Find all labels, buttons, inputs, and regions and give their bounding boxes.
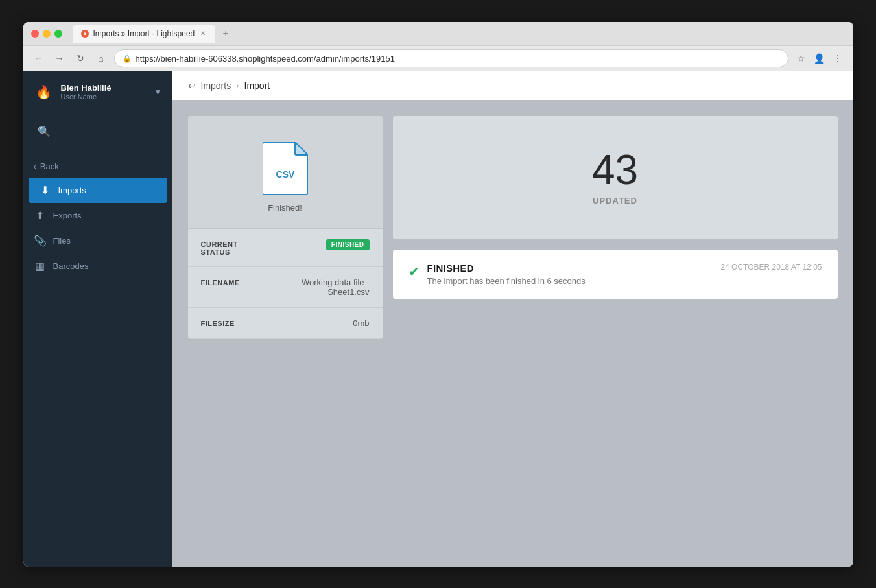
exports-label: Exports (53, 211, 82, 220)
stats-label: UPDATED (593, 196, 637, 206)
sidebar-item-imports[interactable]: ⬇ Imports (29, 178, 167, 203)
back-nav-button[interactable]: ← (31, 51, 47, 66)
file-status-label: Finished! (268, 203, 302, 213)
menu-button[interactable]: ⋮ (830, 51, 846, 66)
filename-label: FILENAME (201, 277, 259, 287)
stats-number: 43 (592, 149, 638, 191)
forward-nav-button[interactable]: → (52, 51, 67, 66)
brand-name: Bien Habillié (61, 83, 148, 93)
filesize-value: 0mb (270, 318, 370, 328)
imports-label: Imports (58, 185, 86, 195)
browser-tab[interactable]: Imports » Import - Lightspeed ✕ (73, 25, 216, 43)
current-status-value: FINISHED (270, 239, 370, 249)
refresh-button[interactable]: ↻ (73, 51, 88, 66)
browser-navbar: ← → ↻ ⌂ 🔒 https://bien-habillie-606338.s… (23, 45, 853, 71)
account-button[interactable]: 👤 (812, 51, 827, 66)
checkmark-icon: ✔ (408, 264, 420, 279)
back-label: Back (40, 161, 59, 171)
imports-icon: ⬇ (39, 184, 52, 196)
url-text: https://bien-habillie-606338.shoplightsp… (136, 54, 395, 64)
breadcrumb-separator: › (236, 80, 239, 90)
finished-timestamp: 24 OCTOBER 2018 AT 12:05 (720, 263, 822, 272)
tab-label: Imports » Import - Lightspeed (93, 29, 195, 38)
stats-card: 43 UPDATED (393, 116, 838, 239)
search-icon[interactable]: 🔍 (34, 121, 54, 142)
dropdown-icon[interactable]: ▼ (154, 88, 162, 97)
tab-favicon (80, 29, 89, 38)
left-panel: CSV Finished! CURRENT STATUS FINISHED (188, 116, 383, 339)
files-icon: 📎 (34, 235, 47, 247)
finished-title: FINISHED (427, 263, 713, 274)
address-bar[interactable]: 🔒 https://bien-habillie-606338.shoplight… (114, 49, 788, 67)
filename-value: Working data file - Sheet1.csv (270, 277, 370, 297)
finished-description: The import has been finished in 6 second… (427, 276, 713, 286)
browser-window: Imports » Import - Lightspeed ✕ + ← → ↻ … (23, 22, 853, 567)
finished-content: FINISHED The import has been finished in… (427, 263, 713, 286)
sidebar-back-button[interactable]: ‹ Back (23, 155, 172, 178)
app-body: 🔥 Bien Habillié User Name ▼ 🔍 ‹ Back ⬇ (23, 71, 853, 567)
file-preview: CSV Finished! (188, 116, 383, 229)
sidebar-nav: ‹ Back ⬇ Imports ⬆ Exports 📎 Files ▦ (23, 150, 172, 284)
tab-close-button[interactable]: ✕ (198, 29, 207, 38)
minimize-button[interactable] (43, 30, 51, 38)
brand-subtitle: User Name (61, 93, 148, 100)
home-button[interactable]: ⌂ (93, 51, 109, 66)
csv-file-icon: CSV (263, 142, 308, 195)
breadcrumb-icon: ↩ (188, 80, 196, 91)
current-status-row: CURRENT STATUS FINISHED (188, 229, 383, 267)
barcodes-icon: ▦ (34, 260, 47, 272)
files-label: Files (53, 236, 71, 246)
new-tab-button[interactable]: + (218, 26, 233, 41)
back-arrow-icon: ‹ (34, 161, 36, 171)
nav-actions: ☆ 👤 ⋮ (794, 51, 846, 66)
breadcrumb-current: Import (244, 80, 270, 91)
sidebar-item-barcodes[interactable]: ▦ Barcodes (23, 253, 172, 279)
bookmark-button[interactable]: ☆ (794, 51, 809, 66)
close-button[interactable] (31, 30, 39, 38)
browser-titlebar: Imports » Import - Lightspeed ✕ + (23, 22, 853, 45)
maximize-button[interactable] (54, 30, 62, 38)
traffic-lights (31, 30, 62, 38)
sidebar-brand: Bien Habillié User Name (61, 83, 148, 100)
main-content: ↩ Imports › Import (172, 71, 853, 567)
status-badge: FINISHED (326, 239, 370, 250)
filesize-row: FILESIZE 0mb (188, 308, 383, 339)
sidebar: 🔥 Bien Habillié User Name ▼ 🔍 ‹ Back ⬇ (23, 71, 172, 567)
page-header: ↩ Imports › Import (172, 71, 853, 100)
right-panel: 43 UPDATED ✔ FINISHED The import has bee… (393, 116, 838, 299)
exports-icon: ⬆ (34, 209, 47, 222)
barcodes-label: Barcodes (53, 261, 89, 271)
filesize-label: FILESIZE (201, 318, 259, 327)
sidebar-item-exports[interactable]: ⬆ Exports (23, 203, 172, 228)
lock-icon: 🔒 (123, 54, 132, 63)
tab-bar: Imports » Import - Lightspeed ✕ + (73, 25, 846, 43)
finished-card: ✔ FINISHED The import has been finished … (393, 250, 838, 299)
flame-icon: 🔥 (36, 84, 52, 100)
content-area: CSV Finished! CURRENT STATUS FINISHED (172, 100, 853, 355)
sidebar-item-files[interactable]: 📎 Files (23, 228, 172, 253)
current-status-label: CURRENT STATUS (201, 239, 259, 256)
svg-text:CSV: CSV (276, 169, 294, 180)
sidebar-logo: 🔥 (34, 82, 54, 102)
filename-row: FILENAME Working data file - Sheet1.csv (188, 267, 383, 308)
sidebar-header: 🔥 Bien Habillié User Name ▼ (23, 71, 172, 113)
sidebar-search-area[interactable]: 🔍 (23, 113, 172, 150)
breadcrumb-parent[interactable]: Imports (201, 80, 231, 91)
